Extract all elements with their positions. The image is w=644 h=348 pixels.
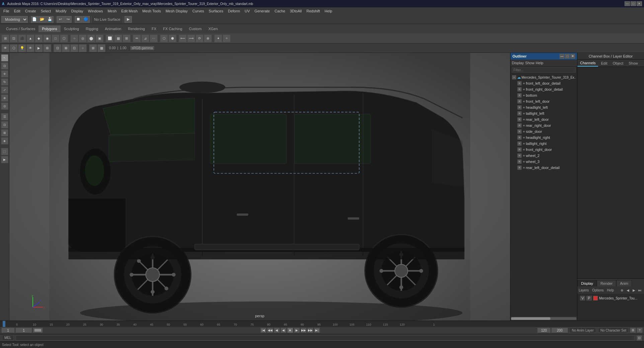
outliner-expand-15[interactable]: + xyxy=(517,165,522,170)
menu-item-create[interactable]: Create xyxy=(23,8,38,14)
outliner-expand-9[interactable]: + xyxy=(517,129,522,134)
icon-btn-20[interactable]: ⬢ xyxy=(168,34,176,42)
outliner-scrollbar[interactable] xyxy=(510,317,577,321)
workspace-dropdown[interactable]: Modeling xyxy=(1,16,28,23)
outliner-close-btn[interactable]: ✕ xyxy=(570,54,575,59)
smooth-btn[interactable]: ○ xyxy=(79,44,87,52)
mode-tab-custom[interactable]: Custom xyxy=(186,25,205,32)
close-button[interactable]: ✕ xyxy=(637,1,642,6)
view-fit-btn[interactable]: ⊡ xyxy=(54,44,62,52)
icon-btn-16[interactable]: ✏ xyxy=(133,34,141,42)
icon-btn-2[interactable]: ⊡ xyxy=(10,34,18,42)
tab-edit[interactable]: Edit xyxy=(598,60,610,66)
icon-btn-13[interactable]: ⬜ xyxy=(106,34,114,42)
outliner-item-front-right-door[interactable]: + ✶ front_right_door xyxy=(510,147,577,153)
outliner-expand-7[interactable]: + xyxy=(517,117,522,122)
show-hide-btn[interactable]: ☰ xyxy=(1,113,8,120)
timeline-ruler[interactable]: 5 10 15 20 25 30 35 40 45 50 55 60 65 70… xyxy=(0,321,644,327)
outliner-minimize-btn[interactable]: — xyxy=(560,54,564,59)
outliner-expand-root[interactable]: − xyxy=(512,75,516,80)
outliner-item-headlight-left[interactable]: + ✶ headlight_left xyxy=(510,104,577,110)
outliner-item-bottom[interactable]: + ✶ bottom xyxy=(510,92,577,98)
tab-object[interactable]: Object xyxy=(610,60,626,66)
camera-btn[interactable]: ⬚ xyxy=(1,148,8,155)
outliner-item-taillight-left[interactable]: + ✶ taillight_left xyxy=(510,110,577,116)
outliner-expand-11[interactable]: + xyxy=(517,141,522,146)
menu-item-cache[interactable]: Cache xyxy=(272,8,287,14)
menu-item-3dtoall[interactable]: 3DtoAll xyxy=(288,8,304,14)
menu-item-edit-mesh[interactable]: Edit Mesh xyxy=(119,8,140,14)
panels-btn[interactable]: ⊞ xyxy=(43,44,51,52)
view-frame-btn[interactable]: ⊠ xyxy=(62,44,70,52)
layer-p-toggle[interactable]: P xyxy=(586,296,591,300)
current-frame-input[interactable] xyxy=(15,328,32,333)
renderer-btn[interactable]: ▶ xyxy=(35,44,43,52)
layer-color-swatch[interactable] xyxy=(593,296,598,300)
outliner-root-item[interactable]: − ☁ Mercedes_Sprinter_Tourer_319_Ex... xyxy=(510,74,577,80)
tab-display[interactable]: Display xyxy=(577,280,597,286)
snap-btn[interactable]: 🔵 xyxy=(82,16,90,23)
outliner-maximize-btn[interactable]: □ xyxy=(565,54,570,59)
universal-tool[interactable]: ⊕ xyxy=(1,94,8,102)
help-btn[interactable]: ? xyxy=(637,328,643,333)
minimize-button[interactable]: — xyxy=(625,1,630,6)
mode-tab-rendering[interactable]: Rendering xyxy=(125,25,148,32)
menu-item-surfaces[interactable]: Surfaces xyxy=(207,8,225,14)
menu-item-uv[interactable]: UV xyxy=(243,8,252,14)
menu-item-help[interactable]: Help xyxy=(323,8,334,14)
outliner-menu-help[interactable]: Help xyxy=(536,61,544,65)
no-anim-layer-btn[interactable]: No Anim Layer xyxy=(569,328,596,333)
layer-v-toggle[interactable]: V xyxy=(580,296,585,300)
outliner-expand-14[interactable]: + xyxy=(517,159,522,164)
icon-btn-6[interactable]: ◉ xyxy=(43,34,51,42)
menu-item-select[interactable]: Select xyxy=(39,8,53,14)
outliner-expand-1[interactable]: + xyxy=(517,81,522,86)
menu-item-display[interactable]: Display xyxy=(69,8,85,14)
outliner-item-wheel-3[interactable]: + ✶ wheel_3 xyxy=(510,159,577,165)
menu-item-mesh-tools[interactable]: Mesh Tools xyxy=(140,8,163,14)
frame-start-input[interactable]: 1 xyxy=(1,328,15,333)
icon-btn-21[interactable]: ⟵ xyxy=(179,34,187,42)
paint-select-tool[interactable]: ⊡ xyxy=(1,62,8,70)
goto-start-btn[interactable]: |◀ xyxy=(260,328,266,333)
outliner-item-rear-left-door[interactable]: + ✶ rear_left_door xyxy=(510,116,577,122)
menu-item-redshift[interactable]: Redshift xyxy=(304,8,322,14)
wire-btn[interactable]: ⊡ xyxy=(70,44,78,52)
outliner-item-rear-right-door[interactable]: + ✶ rear_right_door xyxy=(510,122,577,128)
icon-btn-9[interactable]: ○ xyxy=(70,34,78,42)
snap-points-btn[interactable]: ⊡ xyxy=(1,121,8,128)
snap-grid-btn[interactable]: ⊞ xyxy=(1,129,8,137)
input-output-btn[interactable]: ⊡ xyxy=(637,335,642,341)
tab-channels[interactable]: Channels xyxy=(577,60,598,67)
icon-btn-5[interactable]: ◆ xyxy=(35,34,43,42)
rotate-tool[interactable]: ↻ xyxy=(1,78,8,86)
playback-end-input[interactable]: 120 xyxy=(537,328,551,333)
select-mode-btn[interactable]: 🔲 xyxy=(75,16,82,23)
snap-view-btn[interactable]: ◈ xyxy=(1,137,8,145)
outliner-expand-10[interactable]: + xyxy=(517,135,522,140)
icon-btn-8[interactable]: ⬡ xyxy=(60,34,68,42)
icon-btn-17[interactable]: ⊿ xyxy=(141,34,149,42)
menu-item-edit[interactable]: Edit xyxy=(12,8,22,14)
outliner-expand-3[interactable]: + xyxy=(517,93,522,98)
layer-row[interactable]: V P Mercedes_Sprinter_Tou... xyxy=(579,295,643,301)
outliner-item-side-door[interactable]: + ✶ side_door xyxy=(510,128,577,135)
command-line-input[interactable] xyxy=(16,335,635,341)
script-type-btn[interactable]: MEL xyxy=(2,335,14,341)
icon-btn-18[interactable]: ⋯ xyxy=(150,34,158,42)
no-char-set-btn[interactable]: No Character Set xyxy=(598,328,629,333)
outliner-expand-5[interactable]: + xyxy=(517,105,522,110)
tab-anim[interactable]: Anim xyxy=(616,280,632,286)
scale-tool[interactable]: ⤢ xyxy=(1,86,8,94)
menu-item-mesh-display[interactable]: Mesh Display xyxy=(164,8,190,14)
render-settings-btn[interactable]: ▶ xyxy=(125,16,132,23)
move-tool[interactable]: ✛ xyxy=(1,70,8,78)
layer-end-btn[interactable]: ⏭ xyxy=(637,287,643,293)
menu-item-deform[interactable]: Deform xyxy=(226,8,242,14)
outliner-item-front-right-door-detail[interactable]: + ✶ front_right_door_detail xyxy=(510,86,577,92)
mode-tab-fx-caching[interactable]: FX Caching xyxy=(160,25,185,32)
layer-next-btn[interactable]: ▶ xyxy=(631,287,637,293)
icon-btn-25[interactable]: ✦ xyxy=(214,34,222,42)
icon-btn-23[interactable]: ⟳ xyxy=(195,34,204,42)
select-tool[interactable]: ↖ xyxy=(1,54,8,62)
